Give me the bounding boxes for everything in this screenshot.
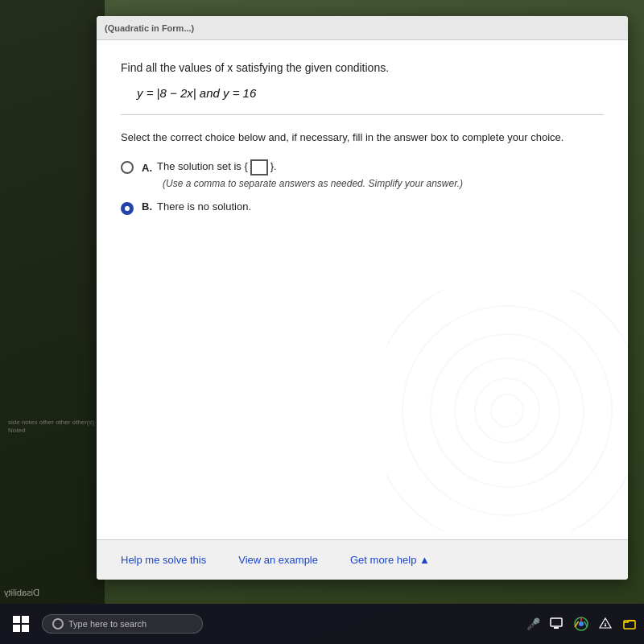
example-link[interactable]: View an example: [238, 554, 318, 566]
answer-box[interactable]: [250, 159, 268, 175]
main-window: (Quadratic in Form...) Find all the valu…: [97, 16, 628, 580]
option-b[interactable]: B. There is no solution.: [121, 200, 604, 215]
decorative-swirl: [386, 290, 628, 531]
display-icon[interactable]: [549, 616, 565, 632]
svg-rect-7: [554, 627, 559, 629]
content-area: Find all the values of x satisfying the …: [97, 40, 628, 246]
question-text: Find all the values of x satisfying the …: [121, 60, 604, 76]
option-a-content: A. The solution set is {}. (Use a comma …: [142, 159, 463, 189]
svg-point-4: [402, 306, 612, 515]
network-icon[interactable]: [597, 616, 613, 632]
option-a-text: The solution set is {}.: [157, 159, 277, 175]
svg-point-9: [579, 621, 584, 626]
svg-point-1: [475, 378, 539, 443]
side-note-text: side notex other other other(s) Noted: [8, 419, 94, 434]
action-bar: Help me solve this View an example Get m…: [97, 539, 628, 580]
windows-icon: [13, 616, 29, 632]
svg-point-14: [605, 625, 606, 626]
taskbar: Type here to search 🎤: [0, 604, 644, 644]
chrome-icon[interactable]: [573, 616, 589, 632]
equation-line: y = |8 − 2x| and y = 16: [137, 86, 604, 100]
divider: [121, 114, 604, 115]
left-panel: [0, 0, 105, 604]
svg-point-0: [491, 394, 523, 427]
option-a-label: A.: [142, 162, 152, 174]
svg-rect-6: [551, 618, 562, 626]
taskbar-right-area: 🎤: [525, 616, 638, 632]
help-link[interactable]: Help me solve this: [121, 554, 206, 566]
option-b-text: There is no solution.: [157, 200, 251, 213]
option-a-sub: (Use a comma to separate answers as need…: [163, 178, 463, 189]
svg-point-2: [455, 358, 559, 463]
file-manager-icon[interactable]: [621, 616, 638, 632]
window-title: (Quadratic in Form...): [105, 23, 194, 33]
side-notes: side notex other other other(s) Noted: [8, 419, 101, 436]
disability-label: Disability: [4, 588, 39, 597]
more-help-link[interactable]: Get more help ▲: [350, 554, 430, 566]
option-b-label: B.: [142, 200, 152, 213]
option-a[interactable]: A. The solution set is {}. (Use a comma …: [121, 159, 604, 189]
window-title-bar: (Quadratic in Form...): [97, 16, 628, 40]
search-placeholder: Type here to search: [68, 619, 147, 629]
svg-point-5: [386, 290, 628, 531]
option-b-content: B. There is no solution.: [142, 200, 251, 213]
radio-a[interactable]: [121, 161, 134, 174]
microphone-icon[interactable]: 🎤: [525, 616, 541, 632]
search-bar[interactable]: Type here to search: [42, 614, 203, 634]
svg-point-3: [431, 334, 584, 487]
search-icon: [52, 618, 64, 630]
start-button[interactable]: [6, 609, 35, 638]
instruction-text: Select the correct choice below and, if …: [121, 130, 604, 146]
radio-b[interactable]: [121, 202, 134, 215]
